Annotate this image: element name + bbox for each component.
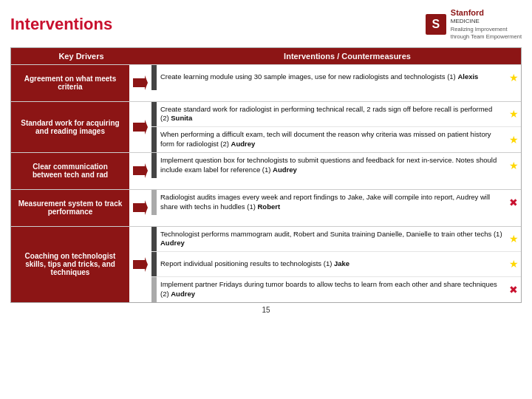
list-item: Create learning module using 30 sample i… — [151, 65, 521, 90]
logo-subtitle: MEDICINE — [451, 18, 480, 24]
table-row: Coaching on technologist skills, tips an… — [11, 226, 521, 302]
arrow-icon — [132, 118, 149, 136]
arrow-col — [129, 65, 151, 101]
star-icon: ★ — [506, 227, 521, 251]
status-bar — [151, 65, 157, 90]
list-item: Implement partner Fridays during tumor b… — [151, 277, 521, 302]
driver-cell: Agreement on what meets criteria — [11, 65, 129, 101]
driver-cell: Coaching on technologist skills, tips an… — [11, 227, 129, 302]
arrow-col — [129, 190, 151, 226]
logo-s: S — [432, 18, 440, 31]
col-header-right: Interventions / Countermeasures — [174, 48, 521, 64]
x-icon: ✖ — [506, 190, 521, 215]
column-headers: Key Drivers Interventions / Countermeasu… — [11, 48, 521, 64]
page-number: 15 — [10, 306, 522, 314]
intervention-text: Technologist performs mammogram audit, R… — [157, 227, 506, 251]
arrow-col — [129, 227, 151, 302]
star-icon: ★ — [506, 153, 521, 178]
interventions-col: Radiologist audits images every week and… — [151, 190, 521, 226]
svg-marker-1 — [133, 120, 148, 134]
svg-marker-0 — [133, 75, 148, 90]
logo-brand: Stanford — [451, 8, 484, 17]
svg-marker-2 — [133, 163, 148, 178]
list-item: Technologist performs mammogram audit, R… — [151, 227, 521, 252]
intervention-text: Report individual positioning results to… — [157, 252, 506, 276]
arrow-icon — [132, 74, 149, 92]
table-row: Clear communication between tech and rad… — [11, 152, 521, 189]
interventions-col: Technologist performs mammogram audit, R… — [151, 227, 521, 302]
logo-tagline: Realizing Improvementthrough Team Empowe… — [451, 26, 522, 40]
col-header-left: Key Drivers — [11, 48, 151, 64]
intervention-text: Radiologist audits images every week and… — [157, 190, 506, 215]
intervention-text: Implement partner Fridays during tumor b… — [157, 277, 506, 302]
arrow-icon — [132, 199, 149, 216]
x-icon: ✖ — [506, 277, 521, 302]
intervention-text: Create standard work for radiologist in … — [157, 102, 506, 126]
arrow-icon — [132, 162, 149, 180]
star-icon: ★ — [506, 65, 521, 90]
list-item: When performing a difficult exam, tech w… — [151, 127, 521, 152]
status-bar — [151, 190, 157, 215]
page: Interventions S Stanford MEDICINE Realiz… — [0, 0, 532, 399]
list-item: Create standard work for radiologist in … — [151, 102, 521, 127]
interventions-col: Create learning module using 30 sample i… — [151, 65, 521, 101]
status-bar — [151, 252, 157, 276]
table-row: Standard work for acquiring and reading … — [11, 101, 521, 152]
status-bar — [151, 102, 157, 126]
star-icon: ★ — [506, 252, 521, 276]
star-icon: ★ — [506, 127, 521, 152]
logo-text: Stanford MEDICINE Realizing Improvementt… — [451, 7, 522, 41]
logo-box: S — [426, 14, 446, 35]
status-bar — [151, 277, 157, 302]
driver-cell: Measurement system to track performance — [11, 190, 129, 226]
data-rows: Agreement on what meets criteria Create … — [11, 64, 521, 302]
page-title: Interventions — [10, 15, 112, 34]
svg-marker-3 — [133, 200, 148, 215]
interventions-col: Implement question box for technologists… — [151, 153, 521, 189]
arrow-icon — [132, 256, 149, 273]
table-row: Agreement on what meets criteria Create … — [11, 64, 521, 101]
table-row: Measurement system to track performance … — [11, 189, 521, 226]
star-icon: ★ — [506, 102, 521, 126]
main-table: Key Drivers Interventions / Countermeasu… — [10, 47, 522, 303]
list-item: Report individual positioning results to… — [151, 252, 521, 277]
driver-cell: Clear communication between tech and rad — [11, 153, 129, 189]
driver-cell: Standard work for acquiring and reading … — [11, 102, 129, 152]
logo-area: S Stanford MEDICINE Realizing Improvemen… — [426, 7, 522, 41]
list-item: Radiologist audits images every week and… — [151, 190, 521, 215]
status-bar — [151, 127, 157, 152]
status-bar — [151, 227, 157, 251]
intervention-text: Implement question box for technologists… — [157, 153, 506, 178]
status-bar — [151, 153, 157, 178]
svg-marker-4 — [133, 257, 148, 272]
interventions-col: Create standard work for radiologist in … — [151, 102, 521, 152]
arrow-col — [129, 102, 151, 152]
intervention-text: Create learning module using 30 sample i… — [157, 65, 506, 90]
list-item: Implement question box for technologists… — [151, 153, 521, 178]
header: Interventions S Stanford MEDICINE Realiz… — [10, 7, 522, 41]
intervention-text: When performing a difficult exam, tech w… — [157, 127, 506, 152]
arrow-col — [129, 153, 151, 189]
